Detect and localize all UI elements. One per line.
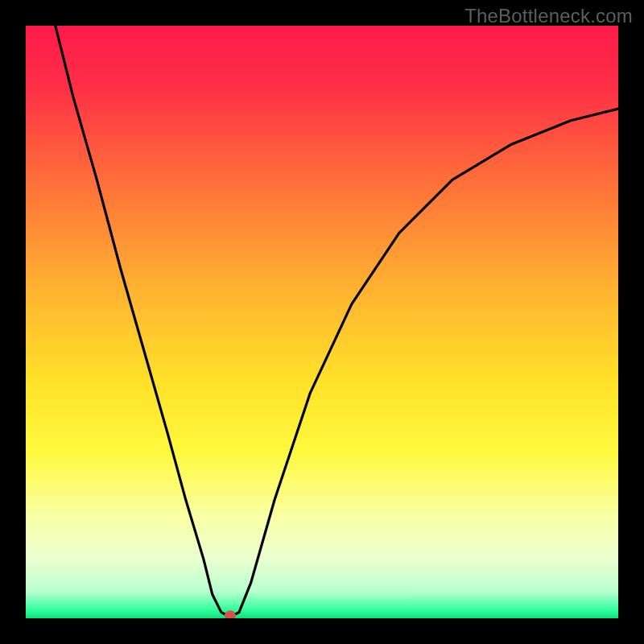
chart-plot-area [26, 26, 618, 618]
chart-svg [26, 26, 618, 618]
watermark-text: TheBottleneck.com [464, 5, 633, 27]
chart-background [26, 26, 618, 618]
